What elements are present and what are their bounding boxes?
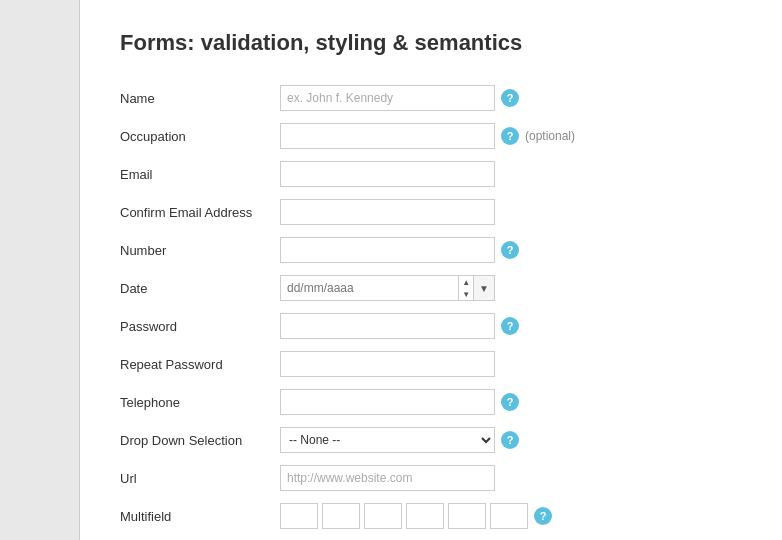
input-confirm-email[interactable] bbox=[280, 199, 495, 225]
help-icon-multifield[interactable]: ? bbox=[534, 507, 552, 525]
input-telephone[interactable] bbox=[280, 389, 495, 415]
field-multifield: ? bbox=[280, 503, 552, 529]
label-number: Number bbox=[120, 243, 280, 258]
label-occupation: Occupation bbox=[120, 129, 280, 144]
multifield-input-1[interactable] bbox=[280, 503, 318, 529]
field-date: ▲ ▼ ▼ bbox=[280, 275, 495, 301]
label-name: Name bbox=[120, 91, 280, 106]
date-spin-up[interactable]: ▲ bbox=[459, 276, 473, 288]
field-number: ? bbox=[280, 237, 519, 263]
page-layout: Forms: validation, styling & semantics N… bbox=[0, 0, 782, 540]
multifield-wrapper bbox=[280, 503, 528, 529]
sidebar bbox=[0, 0, 80, 540]
label-date: Date bbox=[120, 281, 280, 296]
input-number[interactable] bbox=[280, 237, 495, 263]
form-row-telephone: Telephone ? bbox=[120, 388, 742, 416]
page-title: Forms: validation, styling & semantics bbox=[120, 30, 742, 56]
label-password: Password bbox=[120, 319, 280, 334]
field-name: ? bbox=[280, 85, 519, 111]
multifield-input-2[interactable] bbox=[322, 503, 360, 529]
form-row-date: Date ▲ ▼ ▼ bbox=[120, 274, 742, 302]
input-occupation[interactable] bbox=[280, 123, 495, 149]
date-spin-down[interactable]: ▼ bbox=[459, 288, 473, 300]
date-spinners: ▲ ▼ bbox=[458, 276, 473, 300]
form-row-url: Url bbox=[120, 464, 742, 492]
input-dropdown[interactable]: -- None -- Option 1 Option 2 Option 3 bbox=[280, 427, 495, 453]
form-row-repeat-password: Repeat Password bbox=[120, 350, 742, 378]
input-name[interactable] bbox=[280, 85, 495, 111]
label-dropdown: Drop Down Selection bbox=[120, 433, 280, 448]
input-date[interactable] bbox=[281, 276, 458, 300]
label-url: Url bbox=[120, 471, 280, 486]
input-repeat-password[interactable] bbox=[280, 351, 495, 377]
multifield-input-6[interactable] bbox=[490, 503, 528, 529]
form-row-confirm-email: Confirm Email Address bbox=[120, 198, 742, 226]
form-row-occupation: Occupation ? (optional) bbox=[120, 122, 742, 150]
field-occupation: ? (optional) bbox=[280, 123, 575, 149]
form-row-number: Number ? bbox=[120, 236, 742, 264]
field-dropdown: -- None -- Option 1 Option 2 Option 3 ? bbox=[280, 427, 519, 453]
field-password: ? bbox=[280, 313, 519, 339]
main-content: Forms: validation, styling & semantics N… bbox=[80, 0, 782, 540]
label-multifield: Multifield bbox=[120, 509, 280, 524]
field-repeat-password bbox=[280, 351, 495, 377]
multifield-input-5[interactable] bbox=[448, 503, 486, 529]
field-email bbox=[280, 161, 495, 187]
date-input-wrapper: ▲ ▼ ▼ bbox=[280, 275, 495, 301]
help-icon-telephone[interactable]: ? bbox=[501, 393, 519, 411]
help-icon-occupation[interactable]: ? bbox=[501, 127, 519, 145]
form-row-multifield: Multifield ? bbox=[120, 502, 742, 530]
field-confirm-email bbox=[280, 199, 495, 225]
help-icon-name[interactable]: ? bbox=[501, 89, 519, 107]
field-url bbox=[280, 465, 495, 491]
input-password[interactable] bbox=[280, 313, 495, 339]
date-dropdown-btn[interactable]: ▼ bbox=[473, 276, 494, 300]
help-icon-password[interactable]: ? bbox=[501, 317, 519, 335]
form-row-name: Name ? bbox=[120, 84, 742, 112]
help-icon-number[interactable]: ? bbox=[501, 241, 519, 259]
input-url[interactable] bbox=[280, 465, 495, 491]
label-telephone: Telephone bbox=[120, 395, 280, 410]
multifield-input-4[interactable] bbox=[406, 503, 444, 529]
label-repeat-password: Repeat Password bbox=[120, 357, 280, 372]
label-email: Email bbox=[120, 167, 280, 182]
label-confirm-email: Confirm Email Address bbox=[120, 205, 280, 220]
field-telephone: ? bbox=[280, 389, 519, 415]
form-row-email: Email bbox=[120, 160, 742, 188]
optional-label-occupation: (optional) bbox=[525, 129, 575, 143]
input-email[interactable] bbox=[280, 161, 495, 187]
help-icon-dropdown[interactable]: ? bbox=[501, 431, 519, 449]
form-row-dropdown: Drop Down Selection -- None -- Option 1 … bbox=[120, 426, 742, 454]
form-row-password: Password ? bbox=[120, 312, 742, 340]
multifield-input-3[interactable] bbox=[364, 503, 402, 529]
